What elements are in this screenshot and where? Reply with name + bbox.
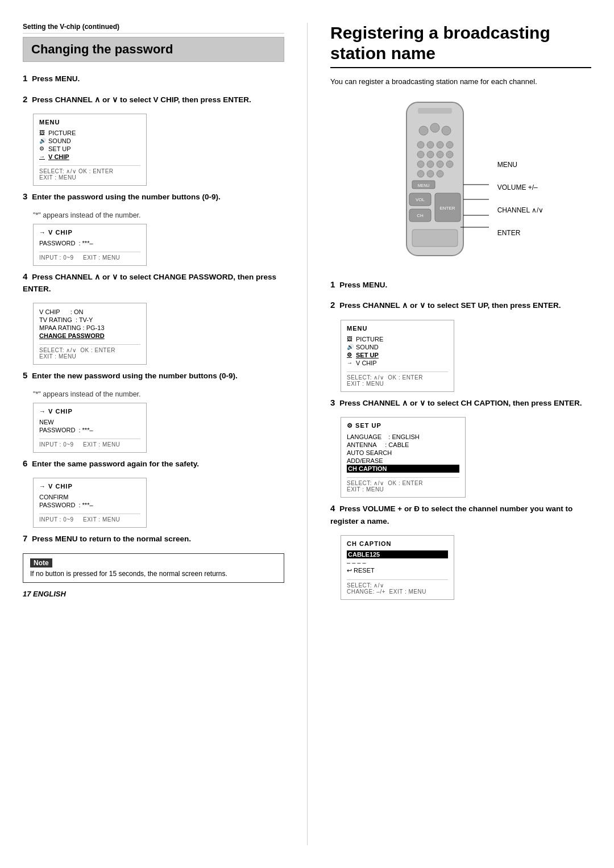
step-7-text: Press MENU to return to the normal scree… [32,535,191,543]
step-2-num: 2 [23,94,27,104]
step-5: 5 Enter the new password using the numbe… [23,369,284,382]
svg-point-17 [417,170,424,177]
r2-add-erase: ADD/ERASE [347,457,459,465]
svg-point-11 [437,151,443,158]
svg-point-5 [417,141,424,148]
step-6: 6 Enter the same password again for the … [23,457,284,470]
page: Setting the V-chip (continued) Changing … [0,0,614,868]
svg-rect-28 [412,229,458,247]
menu-box-3: V CHIP : ON TV RATING : TV-Y MPAA RATING… [33,303,147,365]
r2-setup-icon: ⚙ [347,422,353,429]
menu-box-1-title: MENU [39,119,140,126]
r-menu-item-sound: 🔊 SOUND [347,343,448,351]
page-title: Registering a broadcasting station name [330,23,591,68]
remote-label-enter: ENTER [497,229,544,237]
sound-icon: 🔊 [39,137,46,144]
svg-text:VOL: VOL [416,197,425,202]
svg-point-3 [430,123,439,132]
right-step-2-num: 2 [330,300,335,310]
note-text: If no button is pressed for 15 seconds, … [30,570,277,578]
right-menu-box-2-footer: SELECT: ∧/∨ OK : ENTEREXIT : MENU [347,477,459,493]
step-6-num: 6 [23,458,27,468]
svg-point-9 [417,151,424,158]
step-3-text: Enter the password using the number butt… [32,193,221,201]
menu-item-mpaa: MPAA RATING : PG-13 [39,324,140,332]
step-4-text: Press CHANNEL ∧ or ∨ to select CHANGE PA… [23,273,276,294]
r-arrow-icon: → [347,360,354,366]
right-menu-box-2-title: ⚙ SET UP [347,422,459,429]
right-step-3-text: Press CHANNEL ∧ or ∨ to select CH CAPTIO… [339,399,582,407]
remote-label-menu: MENU [497,161,544,169]
right-step-1-text: Press MENU. [339,281,387,289]
menu-box-2-title: → V CHIP [39,229,140,236]
step-2-text: Press CHANNEL ∧ or ∨ to select V CHIP, t… [32,95,251,104]
menu-item-password: PASSWORD : ***– [39,239,140,247]
svg-point-15 [437,161,443,168]
menu-item-new-password: PASSWORD : ***– [39,426,140,434]
svg-point-8 [446,141,453,148]
right-step-1-num: 1 [330,279,335,289]
r-sound-icon: 🔊 [347,344,354,350]
note-box: Note If no button is pressed for 15 seco… [23,553,284,583]
right-menu-box-1-footer: SELECT: ∧/∨ OK : ENTEREXIT : MENU [347,372,448,387]
step-3: 3 Enter the password using the number bu… [23,190,284,203]
right-menu-box-1: MENU 🖼 PICTURE 🔊 SOUND ⚙ SET UP → V CHIP… [341,320,454,392]
svg-point-4 [442,126,451,135]
r2-ch-caption-selected: CH CAPTION [347,465,459,473]
svg-point-2 [419,126,428,135]
menu-box-5: → V CHIP CONFIRM PASSWORD : ***– INPUT :… [33,478,147,528]
section-title: Changing the password [23,37,284,62]
svg-point-18 [427,170,434,177]
r-menu-item-vchip: → V CHIP [347,359,448,367]
svg-text:ENTER: ENTER [439,206,455,211]
svg-point-16 [446,161,453,168]
left-column: Setting the V-chip (continued) Changing … [23,23,284,845]
svg-point-10 [427,151,434,158]
right-menu-box-3-title: CH CAPTION [347,540,448,547]
right-menu-box-1-title: MENU [347,325,448,332]
remote-area: MENU VOL CH ENTER [330,97,591,267]
menu-box-2-footer: INPUT : 0~9 EXIT : MENU [39,252,140,261]
step-5-text: Enter the new password using the number … [32,372,238,380]
arrow-icon: → [39,153,46,160]
r2-antenna: ANTENNA : CABLE [347,441,459,449]
svg-point-7 [437,141,443,148]
step-5-num: 5 [23,370,27,380]
intro-text: You can register a broadcasting station … [330,76,591,87]
menu-box-1-footer: SELECT: ∧/∨ OK : ENTEREXIT : MENU [39,165,140,181]
svg-point-19 [437,170,443,177]
step-1-num: 1 [23,73,27,83]
menu-box-3-footer: SELECT: ∧/∨ OK : ENTEREXIT : MENU [39,344,140,360]
remote-label-channel: CHANNEL ∧/∨ [497,206,544,214]
menu-box-1: MENU 🖼 PICTURE 🔊 SOUND ⚙ SET UP → V CHIP… [33,114,147,186]
menu-box-5-title: → V CHIP [39,483,140,490]
right-step-4-text: Press VOLUME + or Ð to select the channe… [330,504,572,525]
menu-item-picture: 🖼 PICTURE [39,129,140,137]
remote-label-list: MENU VOLUME +/– CHANNEL ∧/∨ ENTER x [492,97,544,267]
menu-item-vchip-on: V CHIP : ON [39,308,140,316]
picture-icon: 🖼 [39,130,46,136]
menu-box-4-title: → V CHIP [39,408,140,415]
svg-point-13 [417,161,424,168]
menu-item-confirm-password: PASSWORD : ***– [39,501,140,509]
right-menu-box-2: ⚙ SET UP LANGUAGE : ENGLISH ANTENNA : CA… [341,417,466,498]
svg-rect-1 [418,108,452,114]
menu-box-2: → V CHIP PASSWORD : ***– INPUT : 0~9 EXI… [33,224,147,266]
menu-box-4: → V CHIP NEW PASSWORD : ***– INPUT : 0~9… [33,403,147,453]
menu-item-change-pwd: CHANGE PASSWORD [39,332,140,340]
right-step-1: 1 Press MENU. [330,278,591,291]
right-step-4: 4 Press VOLUME + or Ð to select the chan… [330,502,591,527]
right-menu-box-3: CH CAPTION CABLE125 – – – – ↩ RESET SELE… [341,535,454,600]
step-1-text: Press MENU. [32,74,80,83]
r2-language: LANGUAGE : ENGLISH [347,433,459,441]
right-step-2: 2 Press CHANNEL ∧ or ∨ to select SET UP,… [330,299,591,312]
footer-english: 17 ENGLISH [23,590,284,598]
right-menu-box-3-footer: SELECT: ∧/∨CHANGE: –/+ EXIT : MENU [347,579,448,595]
r3-dashes: – – – – [347,558,448,566]
step-7: 7 Press MENU to return to the normal scr… [23,532,284,545]
menu-box-5-footer: INPUT : 0~9 EXIT : MENU [39,514,140,523]
svg-text:CH: CH [417,213,424,218]
column-divider [307,23,308,845]
menu-item-tv-rating: TV RATING : TV-Y [39,316,140,324]
step-2: 2 Press CHANNEL ∧ or ∨ to select V CHIP,… [23,93,284,106]
